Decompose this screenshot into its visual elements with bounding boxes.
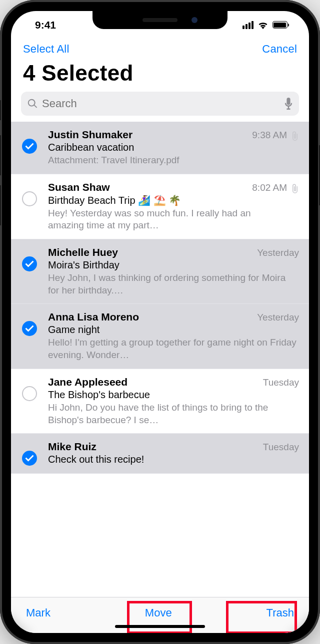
email-subject: Check out this recipe! xyxy=(48,454,299,465)
email-row[interactable]: Mike Ruiz Tuesday Check out this recipe! xyxy=(11,434,309,474)
mark-button[interactable]: Mark xyxy=(26,606,50,619)
volume-down xyxy=(0,185,1,225)
email-row[interactable]: Susan Shaw 8:02 AM Birthday Beach Trip 🏄… xyxy=(11,174,309,239)
selection-checkbox[interactable] xyxy=(22,191,37,206)
email-time: Yesterday xyxy=(257,247,299,258)
selection-checkbox[interactable] xyxy=(22,386,37,401)
search-field[interactable] xyxy=(21,92,299,116)
email-subject: Moira's Birthday xyxy=(48,259,299,271)
select-all-button[interactable]: Select All xyxy=(23,43,70,56)
status-time: 9:41 xyxy=(35,19,56,31)
email-content: Susan Shaw 8:02 AM Birthday Beach Trip 🏄… xyxy=(48,181,287,232)
email-preview: Hello! I'm getting a group together for … xyxy=(48,337,299,361)
email-sender: Michelle Huey xyxy=(48,246,252,258)
screen: 9:41 Select All Cancel 4 Selected Justin… xyxy=(11,11,309,633)
email-sender: Susan Shaw xyxy=(48,181,247,193)
email-subject: Game night xyxy=(48,324,299,336)
email-row[interactable]: Justin Shumaker 9:38 AM Caribbean vacati… xyxy=(11,122,309,174)
email-content: Mike Ruiz Tuesday Check out this recipe! xyxy=(48,441,299,466)
email-sender: Anna Lisa Moreno xyxy=(48,311,252,323)
email-subject: Birthday Beach Trip 🏄‍♀️ ⛱️ 🌴 xyxy=(48,194,287,206)
email-list: Justin Shumaker 9:38 AM Caribbean vacati… xyxy=(11,122,309,597)
attachment-icon xyxy=(291,183,299,194)
home-indicator[interactable] xyxy=(115,625,205,628)
email-content: Justin Shumaker 9:38 AM Caribbean vacati… xyxy=(48,129,287,167)
email-sender: Jane Appleseed xyxy=(48,376,258,388)
email-row[interactable]: Anna Lisa Moreno Yesterday Game night He… xyxy=(11,304,309,369)
selection-checkbox[interactable] xyxy=(22,321,37,336)
selection-checkbox[interactable] xyxy=(22,256,37,271)
email-time: 9:38 AM xyxy=(252,130,287,141)
attachment-icon xyxy=(291,131,299,142)
wifi-icon xyxy=(258,21,268,29)
email-preview: Attachment: Travel Itinerary.pdf xyxy=(48,154,287,167)
email-row[interactable]: Michelle Huey Yesterday Moira's Birthday… xyxy=(11,239,309,304)
email-content: Michelle Huey Yesterday Moira's Birthday… xyxy=(48,246,299,296)
email-time: Yesterday xyxy=(257,312,299,323)
selection-checkbox[interactable] xyxy=(22,139,37,154)
email-time: Tuesday xyxy=(263,442,299,453)
search-icon xyxy=(27,98,38,109)
microphone-icon[interactable] xyxy=(284,98,293,110)
email-sender: Mike Ruiz xyxy=(48,441,258,453)
email-preview: Hi John, Do you have the list of things … xyxy=(48,402,299,426)
email-preview: Hey! Yesterday was so much fun. I really… xyxy=(48,207,287,232)
selection-checkbox[interactable] xyxy=(22,451,37,466)
phone-frame: 9:41 Select All Cancel 4 Selected Justin… xyxy=(0,0,320,644)
email-subject: The Bishop's barbecue xyxy=(48,389,299,401)
search-input[interactable] xyxy=(42,97,280,110)
move-button[interactable]: Move xyxy=(145,606,172,619)
email-row[interactable]: Jane Appleseed Tuesday The Bishop's barb… xyxy=(11,369,309,434)
email-content: Jane Appleseed Tuesday The Bishop's barb… xyxy=(48,376,299,426)
trash-button[interactable]: Trash xyxy=(266,606,294,619)
battery-icon xyxy=(272,21,290,29)
email-sender: Justin Shumaker xyxy=(48,129,247,141)
cancel-button[interactable]: Cancel xyxy=(262,43,297,56)
email-subject: Caribbean vacation xyxy=(48,142,287,153)
page-title: 4 Selected xyxy=(11,59,309,92)
email-time: Tuesday xyxy=(263,377,299,388)
email-content: Anna Lisa Moreno Yesterday Game night He… xyxy=(48,311,299,361)
volume-up xyxy=(0,135,1,175)
email-preview: Hey John, I was thinking of ordering som… xyxy=(48,272,299,296)
nav-bar: Select All Cancel xyxy=(11,39,309,59)
email-time: 8:02 AM xyxy=(252,182,287,193)
cellular-signal-icon xyxy=(242,21,254,29)
silent-switch xyxy=(0,100,1,120)
notch xyxy=(92,11,228,29)
